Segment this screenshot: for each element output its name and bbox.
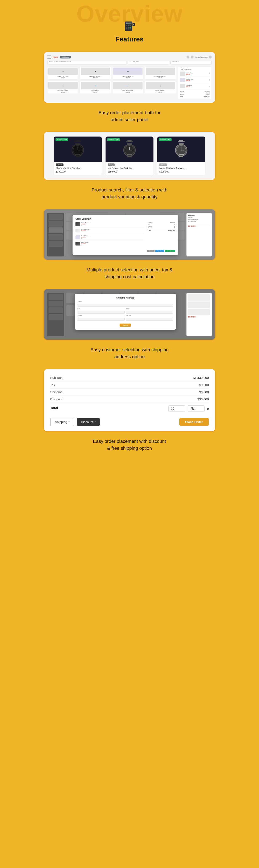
add-order-btn[interactable]: Add Order [60, 56, 71, 59]
variant-card-black[interactable]: In stock : 499 Black Men's Machine Stain… [54, 136, 102, 176]
cart-title: Cart Customer [180, 68, 210, 70]
order-item: Dell 5720 Game... $850,000 x1 [75, 235, 143, 241]
city-input[interactable] [77, 311, 125, 314]
list-item[interactable]: 👔 Gildan Men's Class T... $10.000 [112, 81, 143, 94]
svg-rect-5 [129, 25, 131, 26]
place-order-button[interactable]: Place Order [165, 250, 175, 252]
category-select[interactable]: All Categories [128, 61, 169, 64]
color-badge: Gray [108, 163, 115, 166]
discount-row: Discount $0 [148, 227, 175, 228]
order-actions: Shipping ^ Discount ^ Place Order [50, 417, 209, 426]
total-row: Total $1,400,000 [148, 229, 175, 231]
svg-rect-6 [126, 27, 127, 28]
rp-info: +1 234 567 890 [188, 221, 210, 222]
admin-panel-mockup: Logo Add Order Admin / Johnson Search by… [44, 52, 215, 103]
subtotal-value: $1,430.000 [193, 376, 209, 379]
sidebar-item [48, 214, 63, 220]
cart-item-info: Dell 5720 Gam... $850.000 [186, 79, 208, 81]
svg-rect-43 [183, 141, 185, 142]
shipping-mockup: Shipping Address Address City State [44, 289, 215, 340]
discount-label: Discount [50, 397, 62, 401]
variant-name: Men's Machine Stainles... [105, 167, 154, 169]
tax-row: Tax$40.000 [180, 92, 210, 94]
rp-info: John Doe [188, 217, 210, 218]
product-search-box[interactable]: Search by Product Name/Barcode [47, 61, 127, 64]
product-image: ⌚ [48, 82, 77, 89]
product-image: 📱 [81, 67, 110, 75]
order-item: OnePlus 7 Pro... $250,000 x1 [75, 229, 143, 234]
rp-item [188, 302, 210, 308]
products-grid: 📱 OnePlus 7 pro [256G... $250.000 📱 OneP… [47, 66, 176, 94]
product-name: Fossil Men's Grant S... [48, 90, 77, 91]
item-qty: x1 [82, 244, 143, 246]
total-label: Total [50, 406, 58, 410]
zip-input[interactable] [126, 318, 173, 320]
item-qty: x1 [82, 238, 143, 239]
shipping-main: Shipping Address Address City State [66, 292, 184, 336]
discount-value: $30.000 [197, 397, 209, 401]
variant-card-silver[interactable]: In stock : 500 Silver Men's Machine Stai… [157, 136, 205, 176]
svg-rect-3 [126, 25, 127, 26]
section5-card: Sub Total $1,430.000 Tax $0.000 Shipping… [43, 369, 216, 432]
product-image: 👔 [113, 82, 142, 89]
section4-card: Shipping Address Address City State [43, 289, 216, 340]
cart-item-image [180, 84, 185, 88]
discount-row: Discount $30.000 [50, 396, 209, 403]
variants-mockup: In stock : 499 Black Men's Machine Stain… [44, 132, 215, 180]
list-item[interactable]: 👕 Gerber: Baby G... $15.000 [80, 81, 111, 94]
zero-value: 0 [207, 407, 209, 410]
rp-item [188, 294, 210, 301]
flat-select[interactable] [188, 405, 204, 412]
svg-rect-20 [76, 156, 80, 157]
shipping-button[interactable]: Shipping ^ [50, 417, 74, 426]
product-name: OnePlus 7 pro [256G... [48, 76, 77, 77]
color-badge: Black [56, 163, 64, 166]
product-image: 🖥️ [113, 67, 142, 75]
svg-rect-24 [127, 140, 132, 142]
list-item[interactable]: 🖥️ Dell 5720 Gaming 20... $850.000 [112, 66, 143, 80]
list-item[interactable]: 📱 OnePlus 6T 8/128GB... $195.000 [80, 66, 111, 80]
list-item[interactable]: ⌚ Fossil Men's Grant S... $180.000 [47, 81, 78, 94]
hamburger-icon[interactable] [47, 56, 51, 59]
avatar[interactable] [209, 56, 212, 59]
discount-button[interactable]: Discount ^ [77, 418, 100, 426]
add-more-button[interactable]: Add More [155, 250, 164, 252]
svg-rect-30 [127, 156, 132, 157]
list-item[interactable]: 📱 OnePlus 7 pro [256G... $250.000 [47, 66, 78, 80]
shipping-address-modal: Shipping Address Address City State [75, 294, 176, 330]
svg-rect-31 [127, 154, 132, 155]
shipping-right-panel: $1,430.000 [187, 292, 212, 336]
order-summary-mockup: Order Summary Men's Machine... $190,000 … [44, 209, 215, 260]
notification-icon[interactable] [187, 56, 189, 59]
rp-item [188, 309, 210, 315]
cart-item: Dell 5720 Gam... $850.000 x1 [180, 78, 210, 83]
list-item[interactable]: ⌚ digitality digital 2G... $25.000 [145, 81, 176, 94]
total-amount-input[interactable] [168, 405, 185, 412]
settings-icon[interactable] [191, 56, 194, 59]
product-price: $20.000 [146, 77, 175, 79]
country-input[interactable] [77, 318, 125, 320]
admin-label: Admin / Johnson [195, 56, 207, 58]
brand-select[interactable]: All Brands [170, 61, 212, 64]
shipping-chevron-icon: ^ [68, 421, 70, 424]
stock-badge: In stock : 500 [159, 138, 171, 141]
address-input[interactable] [77, 304, 173, 307]
product-name: Wholesale Jewelry N... [146, 76, 175, 77]
section4-desc: Easy customer selection with shipping ad… [90, 346, 169, 360]
svg-rect-21 [75, 154, 80, 155]
variant-card-gray[interactable]: In stock : 500 Gray Men's Machine Stainl… [105, 136, 154, 176]
summary-rows: Sub Total $600,000 Tax $0 Shipping $0 [148, 222, 175, 231]
cancel-button[interactable]: Cancel [147, 250, 155, 252]
variant-price: $190,000 [105, 169, 154, 176]
cart-item-price: $360.000 [186, 86, 208, 88]
watch-svg [121, 140, 138, 159]
features-heading: Features [116, 35, 143, 43]
submit-button[interactable]: Submit [120, 323, 131, 327]
list-item[interactable]: 💍 Wholesale Jewelry N... $20.000 [145, 66, 176, 80]
svg-rect-34 [179, 140, 183, 142]
product-price: $15.000 [81, 92, 110, 93]
state-input[interactable] [126, 311, 173, 314]
place-order-button[interactable]: Place Order [179, 418, 209, 426]
color-badge: Silver [159, 163, 167, 166]
zip-label: Zip Code [126, 315, 173, 316]
